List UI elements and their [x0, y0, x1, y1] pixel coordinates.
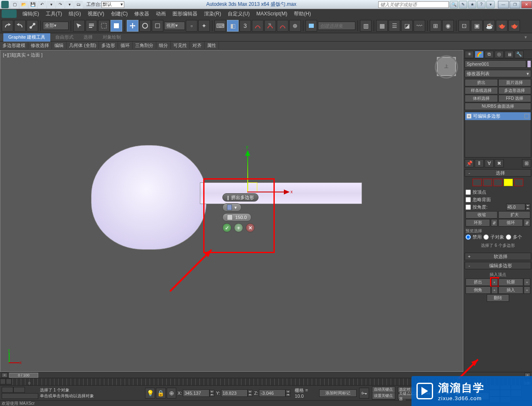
key-mode-toggle[interactable]: 🗝 [359, 388, 369, 399]
workspace-dropdown[interactable]: 默认▾ [101, 1, 124, 8]
ribbon-polymodeling[interactable]: 多边形建模 [0, 42, 28, 50]
ribbon-tris[interactable]: 三角剖分 [133, 42, 156, 50]
schematic-view-button[interactable]: ⊞ [430, 20, 441, 32]
qat-undo-dd[interactable]: ▾ [47, 1, 55, 8]
object-color-swatch[interactable] [527, 60, 531, 68]
coord-x-input[interactable]: 345.137 [183, 389, 209, 397]
modset-ffdsel[interactable]: FFD 选择 [498, 95, 532, 102]
prompt-btn[interactable] [13, 387, 25, 393]
menu-tools[interactable]: 工具(T) [42, 9, 65, 19]
restore-button[interactable]: ❐ [510, 1, 520, 8]
comm-center-icon[interactable]: ✎ [459, 1, 467, 8]
qat-open[interactable]: 📂 [20, 1, 28, 8]
modset-polysel[interactable]: 多边形选择 [498, 87, 532, 94]
qat-save[interactable]: 💾 [29, 1, 37, 8]
ribbon-modifysel[interactable]: 修改选择 [28, 42, 52, 50]
by-vertex-checkbox[interactable] [466, 189, 471, 195]
caddy-ok-button[interactable]: ✓ [222, 223, 232, 232]
grow-button[interactable]: 扩大 [498, 211, 530, 219]
subobj-edge[interactable] [483, 179, 492, 186]
subobj-element[interactable] [514, 179, 523, 186]
ep-outline-button[interactable]: 轮廓 [498, 278, 524, 286]
selection-lock-toggle[interactable]: 🔒 [156, 388, 166, 399]
menu-rendering[interactable]: 渲染(R) [201, 9, 224, 19]
listener-button[interactable] [305, 20, 317, 32]
menu-help[interactable]: 帮助(H) [291, 9, 314, 19]
hierarchy-panel-tab[interactable]: ⧉ [485, 51, 494, 58]
gizmo-y-axis[interactable] [247, 155, 248, 192]
percent-snap-button[interactable] [252, 20, 264, 32]
ribbon-visibility[interactable]: 可见性 [171, 42, 190, 50]
qat-redo-dd[interactable]: ▾ [65, 1, 74, 8]
create-panel-tab[interactable]: ✳ [465, 51, 474, 58]
modset-volsel[interactable]: 体积选择 [465, 95, 498, 102]
time-tag-button[interactable]: 添加时间标记 [319, 389, 357, 397]
pivot-button[interactable]: ▫ [186, 20, 197, 32]
render-setup-button[interactable]: ⊡ [458, 20, 470, 32]
menu-grapheditors[interactable]: 图形编辑器 [169, 9, 201, 19]
layer-button[interactable]: ☰ [389, 20, 400, 32]
qat-undo[interactable]: ↶ [38, 1, 46, 8]
ref-coord-dropdown[interactable]: 视图 ▾ [164, 22, 185, 30]
utilities-panel-tab[interactable]: 🔧 [515, 51, 524, 58]
object-name-input[interactable] [465, 60, 526, 68]
selection-lock-button[interactable]: ⊕ [289, 20, 301, 32]
ribbon-geometry[interactable]: 几何体 (全部) [66, 42, 99, 50]
ring-button[interactable]: 环形 [466, 219, 490, 226]
ribbon-minimize-btn[interactable]: ▾ [520, 33, 532, 42]
modifier-stack[interactable]: + 可编辑多边形 [465, 112, 531, 157]
manipulate-button[interactable]: ✦ [198, 20, 210, 32]
menu-customize[interactable]: 自定义(U) [224, 9, 253, 19]
help-dd-icon[interactable]: ▾ [486, 1, 495, 8]
modset-facesel[interactable]: 面片选择 [498, 79, 532, 86]
window-crossing-button[interactable] [111, 20, 122, 32]
timeline-prev-button[interactable]: < [2, 373, 7, 378]
search-icon[interactable]: 🔍 [450, 1, 458, 8]
viewport-top[interactable]: [+][顶][真实 + 边面 ] 上 y x ‖挤出多边形 ▾ 150.0 ✓ … [0, 50, 463, 372]
rendered-frame-button[interactable]: ▣ [471, 20, 483, 32]
qat-new[interactable]: ▢ [10, 1, 19, 8]
menu-edit[interactable]: 编辑(E) [19, 9, 42, 19]
move-button[interactable] [127, 20, 138, 32]
modset-nurbs[interactable]: NURBS 曲面选择 [465, 103, 531, 110]
menu-maxscript[interactable]: MAXScript(M) [253, 10, 291, 18]
curve-editor-button[interactable]: 〰 [414, 20, 425, 32]
select-object-button[interactable] [73, 20, 85, 32]
rect-region-button[interactable] [98, 20, 110, 32]
material-editor-button[interactable]: ◉ [442, 20, 454, 32]
ribbon-align[interactable]: 对齐 [190, 42, 204, 50]
anim-key-toggle[interactable]: 自动关键点 设置关键点 [372, 386, 395, 400]
qat-project[interactable]: 🗂 [74, 1, 83, 8]
ribbon-tab-freeform[interactable]: 自由形式 [50, 33, 79, 42]
close-button[interactable]: ✕ [521, 1, 532, 8]
stack-show-end-button[interactable]: Ⅱ [475, 159, 484, 167]
angle-spinner[interactable]: 45.0 [506, 204, 525, 210]
ep-outline-settings[interactable]: ▫ [524, 278, 530, 286]
coord-y-input[interactable]: 18.823 [221, 389, 248, 397]
menu-create[interactable]: 创建(C) [108, 9, 131, 19]
modifier-list-dropdown[interactable]: 修改器列表▾ [465, 70, 531, 77]
stack-expand-icon[interactable]: + [467, 114, 471, 118]
loop-button[interactable]: 循环 [498, 219, 523, 226]
insert-vertex-button[interactable]: 插入顶点 [466, 272, 530, 278]
angle-spinner-arrows[interactable]: ▲▼ [525, 204, 530, 210]
subobj-polygon[interactable] [504, 179, 513, 186]
ribbon-tab-graphite[interactable]: Graphite 建模工具 [3, 33, 50, 42]
graphite-button[interactable]: ◪ [401, 20, 413, 32]
ribbon-polygons[interactable]: 多边形 [99, 42, 118, 50]
preview-multi-radio[interactable] [506, 234, 511, 240]
rollout-editpoly-header[interactable]: -编辑多边形 [465, 262, 531, 269]
render-iter-button[interactable]: 🫖 [496, 20, 507, 32]
viewcube[interactable]: 上 [435, 55, 458, 79]
modset-splinesel[interactable]: 样条线选择 [465, 87, 498, 94]
menu-views[interactable]: 视图(V) [84, 9, 108, 19]
minimize-button[interactable]: — [498, 1, 509, 8]
display-panel-tab[interactable]: 🖥 [505, 51, 514, 58]
trackbar-btn2[interactable] [6, 379, 12, 384]
modify-panel-tab[interactable]: 🌈 [475, 51, 484, 58]
spinner-snap-button[interactable]: % [264, 20, 276, 32]
ribbon-subdiv[interactable]: 细分 [156, 42, 171, 50]
time-slider-handle[interactable]: 0 / 100 [9, 373, 38, 378]
preview-subobj-radio[interactable] [483, 234, 489, 240]
keyboard-shortcut-button[interactable]: ⌨ [214, 20, 226, 32]
